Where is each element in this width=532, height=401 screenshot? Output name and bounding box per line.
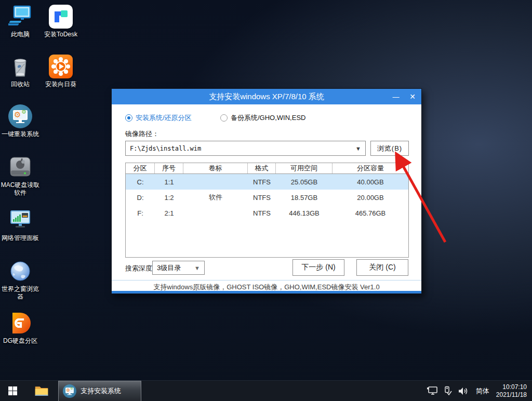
table-row-c[interactable]: C: 1:1 NTFS 25.05GB 40.00GB [126, 174, 408, 190]
cell-seq: 1:1 [155, 174, 183, 190]
desktop: 此电脑 安装ToDesk 回收站 [0, 0, 532, 401]
table-row-f[interactable]: F: 2:1 NTFS 446.13GB 465.76GB [126, 205, 408, 221]
desktop-icon-label: 一键重装系统 [0, 130, 41, 138]
cell-format: NTFS [248, 205, 276, 221]
clock-time: 10:07:10 [502, 383, 527, 391]
image-path-combobox[interactable]: F:\Zjds\install.wim ▼ [125, 141, 366, 156]
desktop-icon-recycle-bin[interactable]: 回收站 [0, 54, 41, 88]
dialog-titlebar[interactable]: 支持安装windows XP/7/8/10 系统 — ✕ [112, 89, 421, 104]
desktop-icon-label: 世界之窗浏览器 [0, 285, 41, 301]
col-header-partition: 分区 [126, 163, 155, 173]
cell-volume [183, 205, 248, 221]
cell-seq: 1:2 [155, 190, 183, 205]
radio-install-restore[interactable]: 安装系统/还原分区 [125, 114, 192, 122]
col-header-free: 可用空间 [276, 163, 332, 173]
desktop-icon-dg-partition[interactable]: DG硬盘分区 [0, 311, 41, 345]
clock-date: 2021/11/18 [496, 391, 527, 399]
install-dialog: 支持安装windows XP/7/8/10 系统 — ✕ 安装系统/还原分区 备… [111, 88, 422, 294]
col-header-format: 格式 [248, 163, 276, 173]
this-pc-icon [8, 4, 33, 29]
cell-capacity: 20.00GB [332, 190, 408, 205]
radio-selected-icon [125, 114, 132, 122]
browse-button[interactable]: 浏览(B) [370, 141, 409, 156]
cell-free: 446.13GB [276, 205, 332, 221]
world-browser-icon [8, 259, 33, 284]
windows-logo-icon [8, 386, 17, 395]
dialog-title: 支持安装windows XP/7/8/10 系统 [112, 92, 421, 102]
cell-capacity: 465.76GB [332, 205, 408, 221]
desktop-icon-label: 此电脑 [0, 31, 41, 38]
close-button[interactable]: 关闭 (C) [356, 259, 408, 276]
search-depth-select[interactable]: 3级目录 ▼ [152, 261, 205, 275]
cell-free: 18.57GB [276, 190, 332, 205]
next-step-button[interactable]: 下一步 (N) [292, 259, 344, 276]
chevron-down-icon[interactable]: ▼ [355, 145, 361, 152]
network-tray-icon[interactable] [424, 381, 440, 401]
col-header-capacity: 分区容量 [332, 163, 408, 173]
recycle-bin-icon [8, 54, 33, 79]
table-row-d[interactable]: D: 1:2 软件 NTFS 18.57GB 20.00GB [126, 190, 408, 205]
onekey-reinstall-icon: ⚙ ⚙ [8, 104, 33, 129]
footer-divider [112, 280, 421, 280]
desktop-icon-label: 安装ToDesk [41, 31, 81, 38]
cell-format: NTFS [248, 174, 276, 190]
table-header-row: 分区 序号 卷标 格式 可用空间 分区容量 [126, 163, 408, 174]
file-explorer-button[interactable] [29, 381, 54, 401]
desktop-icon-onekey-reinstall[interactable]: ⚙ ⚙ 一键重装系统 [0, 104, 41, 138]
start-button[interactable] [0, 381, 25, 401]
radio-label: 安装系统/还原分区 [136, 113, 192, 123]
network-panel-icon [8, 208, 33, 233]
desktop-icon-label: 安装向日葵 [41, 81, 81, 88]
cell-partition: C: [126, 174, 155, 190]
gear-icon: ⚙ [14, 111, 21, 118]
system-tray: 简体 10:07:10 2021/11/18 [424, 381, 532, 401]
taskbar-item-install-system[interactable]: ⚙ ⚙ 支持安装系统 [58, 381, 141, 401]
volume-tray-icon[interactable] [456, 381, 471, 401]
desktop-icon-network-panel[interactable]: 网络管理面板 [0, 208, 41, 242]
close-window-button[interactable]: ✕ [405, 89, 420, 104]
input-language-indicator[interactable]: 简体 [471, 381, 494, 401]
cell-volume [183, 174, 248, 190]
desktop-icon-world-browser[interactable]: 世界之窗浏览器 [0, 259, 41, 301]
usb-tray-icon[interactable] [440, 381, 456, 401]
cell-partition: F: [126, 205, 155, 221]
gear-icon: ⚙ [21, 109, 26, 115]
todesk-icon [48, 4, 73, 29]
radio-unselected-icon [220, 114, 228, 122]
minimize-button[interactable]: — [388, 89, 404, 104]
partition-table: 分区 序号 卷标 格式 可用空间 分区容量 C: 1:1 NTFS 25.05G… [125, 163, 409, 258]
cell-volume: 软件 [183, 190, 248, 205]
desktop-icon-mac-disk[interactable]: MAC硬盘读取软件 [0, 155, 41, 197]
onekey-reinstall-icon: ⚙ ⚙ [63, 384, 71, 392]
desktop-icon-sunflower[interactable]: 安装向日葵 [41, 54, 81, 88]
desktop-icon-label: 回收站 [0, 81, 41, 88]
cell-free: 25.05GB [276, 174, 332, 190]
sunflower-icon [48, 54, 73, 79]
chevron-down-icon[interactable]: ▼ [194, 265, 200, 271]
desktop-icon-label: MAC硬盘读取软件 [0, 181, 41, 197]
cell-format: NTFS [248, 190, 276, 205]
desktop-icon-todesk[interactable]: 安装ToDesk [41, 4, 81, 38]
cell-capacity: 40.00GB [332, 174, 408, 190]
desktop-icon-label: 网络管理面板 [0, 234, 41, 242]
folder-icon [34, 385, 49, 397]
taskbar-item-label: 支持安装系统 [81, 386, 121, 396]
desktop-icon-label: DG硬盘分区 [0, 337, 41, 345]
image-path-value: F:\Zjds\install.wim [130, 145, 355, 152]
search-depth-value: 3级目录 [157, 263, 194, 273]
cell-partition: D: [126, 190, 155, 205]
radio-backup[interactable]: 备份系统/GHO,WIN,ESD [220, 114, 305, 122]
dg-partition-icon [8, 311, 33, 336]
desktop-icon-this-pc[interactable]: 此电脑 [0, 4, 41, 38]
col-header-volume: 卷标 [183, 163, 248, 173]
taskbar-clock[interactable]: 10:07:10 2021/11/18 [494, 381, 532, 401]
col-header-seq: 序号 [155, 163, 183, 173]
mac-disk-icon [8, 155, 33, 180]
image-path-label: 镜像路径： [125, 129, 159, 139]
dialog-bottom-strip [112, 291, 421, 293]
taskbar: ⚙ ⚙ 支持安装系统 [0, 380, 532, 401]
radio-label: 备份系统/GHO,WIN,ESD [231, 113, 305, 123]
search-depth-label: 搜索深度 [125, 264, 152, 273]
cell-seq: 2:1 [155, 205, 183, 221]
